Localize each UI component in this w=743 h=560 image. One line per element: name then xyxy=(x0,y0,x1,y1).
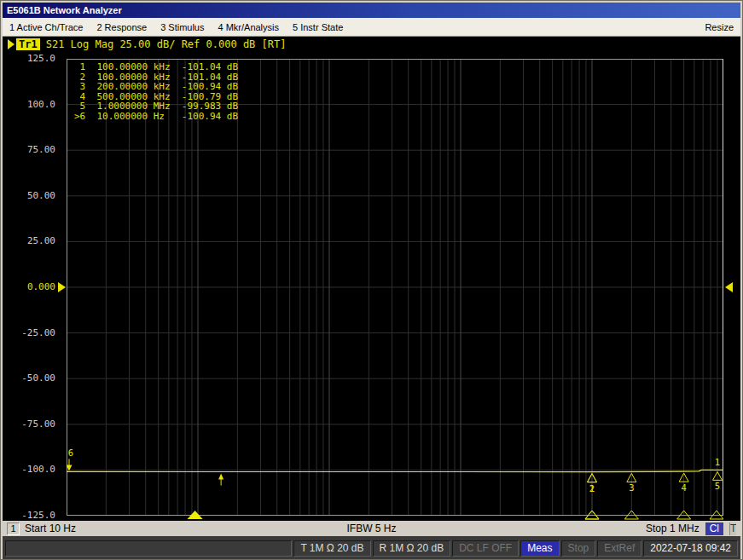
svg-text:3: 3 xyxy=(629,482,634,493)
status-segment-t-1m-20-db: T 1M Ω 20 dB xyxy=(293,540,370,557)
axis-marker-triangle xyxy=(585,511,599,519)
menu-item[interactable]: 2 Response xyxy=(96,22,147,32)
svg-text:4: 4 xyxy=(681,482,686,493)
y-axis-label: -25.00 xyxy=(4,328,55,338)
y-axis-label: 25.00 xyxy=(4,236,55,246)
channel-state-badge: Cl xyxy=(705,522,723,535)
marker-table-row: 5 1.0000000 MHz -99.983 dB xyxy=(74,101,238,112)
trace-status-bar: Tr1 S21 Log Mag 25.00 dB/ Ref 0.000 dB [… xyxy=(8,38,286,50)
status-segment-stop: Stop xyxy=(561,540,596,557)
sweep-arrow-icon xyxy=(218,474,223,486)
app-window: E5061B Network Analyzer 1 Active Ch/Trac… xyxy=(0,0,743,560)
y-axis-label: 50.00 xyxy=(4,191,55,201)
y-axis-label: -50.00 xyxy=(4,373,55,384)
menu-item[interactable]: 1 Active Ch/Trace xyxy=(9,22,83,32)
status-segment-2022-07-18-09-42: 2022-07-18 09:42 xyxy=(643,540,738,557)
menu-item[interactable]: 3 Stimulus xyxy=(160,22,204,32)
menu-bar: 1 Active Ch/Trace2 Response3 Stimulus4 M… xyxy=(3,18,740,37)
y-axis-label: 0.000 xyxy=(4,282,55,292)
y-axis-label: 125.0 xyxy=(4,54,55,64)
svg-text:5: 5 xyxy=(715,481,720,491)
marker-table-row: 1 100.00000 kHz -101.04 dB xyxy=(74,62,238,72)
menu-item[interactable]: 5 Instr State xyxy=(293,22,343,32)
trace-settings-text: S21 Log Mag 25.00 dB/ Ref 0.000 dB [RT] xyxy=(46,38,287,50)
trace-name-badge: Tr1 xyxy=(16,38,40,50)
y-axis-label: -100.0 xyxy=(4,465,55,475)
marker-table: 1 100.00000 kHz -101.04 dB 2 100.00000 k… xyxy=(74,62,238,121)
svg-text:1: 1 xyxy=(715,457,720,467)
instrument-status-bar: T 1M Ω 20 dBR 1M Ω 20 dBDC LF OFFMeasSto… xyxy=(3,536,740,560)
axis-marker-triangle xyxy=(710,511,723,519)
marker-6-glyph: 6 xyxy=(67,447,73,471)
marker-table-row: 3 200.00000 kHz -100.94 dB xyxy=(74,82,238,92)
window-title: E5061B Network Analyzer xyxy=(7,5,122,15)
y-axis-label: -125.0 xyxy=(4,511,55,521)
truncated-badge: T xyxy=(729,522,736,535)
active-trace-icon xyxy=(8,39,15,49)
stop-frequency-label: Stop 1 MHz xyxy=(646,522,699,534)
status-segment-extref: ExtRef xyxy=(597,540,641,557)
status-segment-meas: Meas xyxy=(520,540,559,557)
status-segment-dc-lf-off: DC LF OFF xyxy=(452,540,519,557)
y-axis-label: -75.00 xyxy=(4,419,55,430)
title-bar: E5061B Network Analyzer xyxy=(3,3,740,18)
channel-bar-right: Stop 1 MHz Cl T xyxy=(646,522,736,535)
channel-status-bar: 1 Start 10 Hz IFBW 5 Hz Stop 1 MHz Cl T xyxy=(3,521,740,536)
resize-button[interactable]: Resize xyxy=(705,22,734,32)
plot-area: 1123456 xyxy=(67,59,723,516)
axis-sweep-pointer-icon xyxy=(188,511,203,519)
axis-marker-triangle xyxy=(624,511,638,519)
svg-text:6: 6 xyxy=(68,447,73,458)
menu-item[interactable]: 4 Mkr/Analysis xyxy=(218,22,279,32)
axis-marker-triangle xyxy=(585,511,599,519)
status-segment-r-1m-20-db: R 1M Ω 20 dB xyxy=(373,540,451,557)
marker-table-row: >6 10.000000 Hz -100.94 dB xyxy=(74,112,238,122)
y-axis-label: 75.00 xyxy=(4,145,55,155)
analyzer-screen: Tr1 S21 Log Mag 25.00 dB/ Ref 0.000 dB [… xyxy=(3,37,740,521)
svg-text:2: 2 xyxy=(589,483,595,494)
ref-level-arrow-right-icon xyxy=(725,282,733,292)
ifbw-label: IFBW 5 Hz xyxy=(3,522,740,534)
x-axis-marker-strip xyxy=(67,508,723,521)
ref-level-arrow-left-icon xyxy=(58,282,66,292)
axis-marker-triangle xyxy=(677,511,691,519)
menu-items: 1 Active Ch/Trace2 Response3 Stimulus4 M… xyxy=(9,22,343,32)
status-filler-panel xyxy=(5,540,292,557)
y-axis-label: 100.0 xyxy=(4,100,55,110)
